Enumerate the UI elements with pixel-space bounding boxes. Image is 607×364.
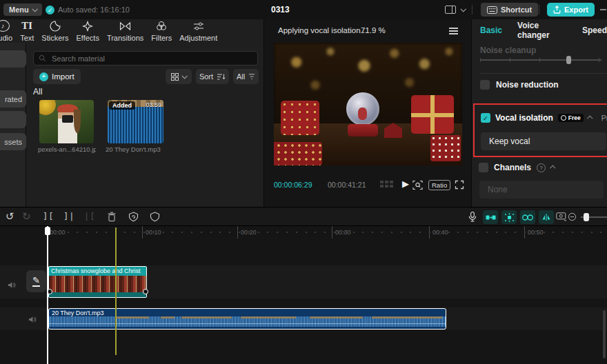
camera-shape bbox=[62, 115, 73, 123]
edit-cover-button[interactable]: ✎ bbox=[26, 270, 46, 292]
vocal-mode-dropdown[interactable]: Keep vocal bbox=[481, 132, 606, 150]
video-clip[interactable]: Christmas snowglobe and Christ bbox=[48, 266, 147, 298]
channels-label: Channels bbox=[494, 163, 531, 172]
clip-handle[interactable] bbox=[143, 289, 148, 294]
noise-reduction-checkbox[interactable] bbox=[480, 80, 490, 90]
media-item-image[interactable] bbox=[39, 100, 94, 143]
free-badge: Free bbox=[558, 114, 584, 122]
tab-filters[interactable]: Filters bbox=[151, 20, 172, 42]
trim-left-button[interactable]: ]| bbox=[63, 212, 74, 221]
chevron-down-icon bbox=[181, 73, 187, 79]
search-bar[interactable] bbox=[33, 51, 258, 65]
sidebar-item[interactable]: rated bbox=[0, 90, 26, 108]
tab-text[interactable]: TI Text bbox=[20, 20, 34, 42]
slider-handle[interactable] bbox=[566, 56, 571, 64]
tab-audio[interactable]: ♪ Audio bbox=[0, 20, 12, 42]
capcut-editor-window: Menu ✓ Auto saved: 16:16:10 0313 Shortcu… bbox=[0, 0, 607, 364]
help-icon[interactable]: ? bbox=[537, 163, 546, 172]
timeline-zoom-slider[interactable] bbox=[581, 216, 607, 218]
view-mode-button[interactable] bbox=[166, 69, 192, 84]
topbar-divider bbox=[472, 5, 472, 14]
mask-button[interactable] bbox=[150, 212, 160, 222]
tab-label: Stickers bbox=[41, 34, 68, 42]
channels-checkbox[interactable] bbox=[479, 163, 488, 172]
zoom-slider-handle[interactable] bbox=[584, 213, 589, 221]
tab-label: Adjustment bbox=[179, 34, 217, 42]
chevron-down-icon bbox=[32, 6, 37, 12]
media-item-audio[interactable]: Added 03:59 bbox=[108, 100, 163, 143]
timeline-scrollbar[interactable] bbox=[603, 310, 606, 358]
filter-all-button[interactable]: All bbox=[233, 69, 259, 84]
timeline-toolbar: ↺ ↻ ][ ]| |[ bbox=[0, 207, 607, 226]
main-track-magnet-toggle[interactable] bbox=[483, 210, 498, 224]
preview-progress: 71.9 % bbox=[361, 19, 386, 41]
free-badge-icon bbox=[561, 115, 566, 121]
tab-speed[interactable]: Speed bbox=[582, 26, 607, 35]
freeze-frame-button[interactable] bbox=[128, 212, 139, 222]
playhead[interactable] bbox=[47, 226, 48, 364]
delete-button[interactable] bbox=[107, 212, 117, 222]
tab-label: Filters bbox=[151, 34, 172, 42]
audio-volume-line[interactable] bbox=[49, 323, 446, 324]
tab-stickers[interactable]: Stickers bbox=[41, 20, 68, 42]
tab-effects[interactable]: Effects bbox=[76, 20, 99, 42]
vocal-isolation-checkbox[interactable]: ✓ bbox=[481, 113, 490, 123]
trim-right-button[interactable]: |[ bbox=[84, 212, 95, 221]
playhead-handle[interactable] bbox=[45, 227, 50, 235]
search-input[interactable] bbox=[50, 54, 252, 63]
timeline-ruler[interactable]: 00:00 00:10 00:20 00:30 00:40 00:50 bbox=[0, 226, 607, 240]
sidebar-item-label: ssets bbox=[4, 138, 22, 146]
split-button[interactable]: ][ bbox=[43, 212, 54, 221]
gift-box-left-back bbox=[281, 101, 319, 135]
snow-globe-base bbox=[348, 124, 378, 136]
sort-button[interactable]: Sort bbox=[196, 69, 229, 84]
filter-all-label: All bbox=[237, 72, 245, 81]
sidebar-item[interactable]: ssets bbox=[0, 133, 26, 150]
sidebar-item[interactable] bbox=[0, 50, 26, 68]
mute-track-speaker-icon[interactable] bbox=[8, 281, 16, 289]
vocal-isolation-section: ✓ Vocal isolation Free Process Keep voca… bbox=[473, 103, 607, 157]
layout-icon[interactable] bbox=[445, 6, 456, 14]
menu-button[interactable]: Menu bbox=[3, 3, 42, 16]
autosave-status: Auto saved: 16:16:10 bbox=[58, 0, 130, 19]
shortcut-button[interactable]: Shortcut bbox=[481, 3, 538, 17]
channels-dropdown[interactable]: None bbox=[479, 181, 604, 199]
screen-capture-icon[interactable] bbox=[556, 212, 567, 221]
mirror-toggle[interactable] bbox=[539, 210, 554, 224]
snow-globe-figure bbox=[358, 108, 367, 120]
collapse-chevron-icon[interactable] bbox=[587, 115, 593, 121]
hamburger-menu-icon[interactable] bbox=[449, 28, 458, 34]
mute-track-speaker-icon[interactable] bbox=[28, 316, 37, 323]
gift-ribbon-horizontal bbox=[411, 113, 454, 117]
audio-clip[interactable]: 20 They Don't.mp3 bbox=[48, 308, 446, 330]
fullscreen-icon[interactable] bbox=[455, 180, 464, 190]
video-clip-title: Christmas snowglobe and Christ bbox=[49, 267, 146, 276]
tab-transitions[interactable]: Transitions bbox=[107, 20, 143, 42]
zoom-out-icon[interactable] bbox=[568, 212, 577, 221]
play-button[interactable]: ▶ bbox=[402, 179, 409, 189]
sunflower-shape bbox=[39, 100, 56, 115]
waveform-loud-segment bbox=[117, 316, 149, 318]
record-voiceover-mic-icon[interactable] bbox=[468, 211, 477, 223]
storyboard-icon[interactable] bbox=[380, 181, 393, 188]
window-dash-icon[interactable] bbox=[600, 9, 606, 10]
undo-button[interactable]: ↺ bbox=[6, 210, 14, 223]
sidebar-item[interactable] bbox=[0, 111, 26, 128]
ruler-minor-ticks bbox=[48, 232, 607, 233]
import-button[interactable]: + Import bbox=[33, 69, 81, 84]
layout-chevron-icon[interactable] bbox=[460, 6, 466, 12]
link-toggle[interactable] bbox=[520, 210, 535, 224]
ratio-button[interactable]: Ratio bbox=[428, 180, 450, 190]
preview-panel: Applying vocal isolation... 71.9 % 00:00… bbox=[264, 19, 472, 207]
collapse-chevron-icon[interactable] bbox=[550, 165, 555, 170]
export-button[interactable]: Export bbox=[547, 3, 595, 17]
tab-voice-changer[interactable]: Voice changer bbox=[517, 21, 567, 40]
noise-cleanup-slider[interactable] bbox=[480, 55, 601, 65]
auto-snap-toggle[interactable] bbox=[501, 210, 517, 224]
preview-quality-icon[interactable] bbox=[412, 180, 423, 190]
preview-canvas[interactable] bbox=[274, 43, 462, 165]
waveform-loud-segment bbox=[241, 316, 296, 318]
redo-button[interactable]: ↻ bbox=[22, 210, 31, 223]
tab-adjustment[interactable]: Adjustment bbox=[179, 20, 217, 42]
tab-basic[interactable]: Basic bbox=[480, 26, 502, 35]
